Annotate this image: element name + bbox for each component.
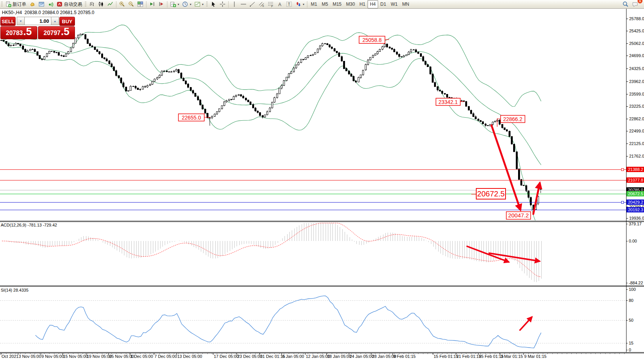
time-tick-label: 3 Nov 05:00 [19, 354, 41, 359]
line-chart-button[interactable] [106, 0, 115, 8]
sell-price-main: 20783 [6, 30, 23, 37]
tile-windows-button[interactable] [136, 0, 145, 8]
toolbar: 新订单 自动交易 ▾ ▾ ▾ E F A T ▾ M1M5M15M30H1H4D… [0, 0, 644, 9]
auto-scroll-button[interactable] [148, 0, 157, 8]
macd-tick-label: 0.00 [629, 239, 637, 243]
vertical-line-tool-button[interactable] [230, 0, 239, 8]
text-tool-button[interactable]: A [275, 0, 285, 8]
horizontal-line-tool-button[interactable] [239, 0, 248, 8]
sell-price[interactable]: 20783.5 [0, 26, 37, 39]
svg-text:20192.3: 20192.3 [628, 207, 643, 212]
autotrade-button[interactable]: 自动交易 [55, 0, 84, 8]
macd-tick-label: 379.17 [629, 222, 642, 226]
horizontal-line-icon [240, 1, 246, 7]
candlestick-chart-button[interactable] [97, 0, 106, 8]
one-click-trade-panel: SELL ▼ ▲ BUY 20783.5 20797.5 [0, 16, 74, 38]
timeframe-m1[interactable]: M1 [308, 0, 320, 8]
chart-template-button[interactable]: ▾ [193, 0, 205, 8]
callout-label: 20672.5 [477, 190, 504, 198]
volume-stepper: ▼ ▲ [17, 17, 59, 25]
price-tick-label: 23962.0 [629, 79, 644, 84]
timeframe-d1[interactable]: D1 [378, 0, 388, 8]
clock-icon [182, 1, 188, 7]
time-tick-label: 31 Dec 01:15 [260, 354, 285, 359]
price-tick-label: 22125.0 [629, 141, 644, 146]
buy-button[interactable]: BUY [59, 17, 75, 26]
svg-text:21077.8: 21077.8 [628, 178, 643, 182]
time-tick-label: 24 Jan 05:00 [350, 354, 374, 359]
chart-canvas[interactable]: 25788.025425.025062.024699.024325.023962… [0, 0, 644, 359]
equidistant-channel-tool-button[interactable]: E [257, 0, 266, 8]
callout-label: 22866.2 [503, 116, 523, 122]
timeframe-h4[interactable]: H4 [367, 0, 378, 8]
time-tick-label: 9 Nov 05:00 [41, 354, 64, 359]
cursor-tool-button[interactable] [209, 0, 218, 8]
bar-chart-button[interactable] [87, 0, 97, 8]
price-callouts: 22655.025058.823342.122866.220672.520047… [178, 36, 531, 219]
arrow-shapes-button[interactable]: ▾ [294, 0, 306, 8]
sell-button[interactable]: SELL [0, 17, 16, 26]
time-tick-label: Oct 2021 [2, 354, 19, 359]
rsi-layer [0, 296, 626, 348]
time-tick-label: 19 Nov 05:00 [87, 354, 111, 359]
price-tick-label: 19936.0 [629, 216, 644, 220]
timeframe-mn[interactable]: MN [400, 0, 412, 8]
gold-button[interactable] [28, 0, 37, 8]
svg-text:T: T [288, 2, 290, 6]
volume-input[interactable] [25, 17, 51, 25]
autotrade-label: 自动交易 [64, 1, 82, 8]
new-order-button[interactable]: 新订单 [4, 0, 28, 8]
buy-price-frac: .5 [61, 27, 70, 37]
chart-window-button[interactable] [37, 0, 46, 8]
trend-line-tool-button[interactable] [248, 0, 257, 8]
zoom-in-button[interactable] [118, 0, 127, 8]
volume-increase-button[interactable]: ▲ [51, 17, 59, 25]
volume-decrease-button[interactable]: ▼ [17, 17, 25, 25]
svg-text:20672.5: 20672.5 [628, 191, 643, 196]
price-tick-label: 25425.0 [629, 29, 644, 33]
notifications-button[interactable]: 1 [630, 0, 640, 8]
crosshair-tool-button[interactable] [218, 0, 227, 8]
fibonacci-tool-button[interactable]: F [266, 0, 275, 8]
chart-template-icon [194, 1, 200, 7]
tile-windows-icon [137, 1, 143, 7]
price-tick-label: 25788.0 [629, 16, 644, 21]
rsi-tick-label: 15 [629, 341, 633, 345]
buy-price[interactable]: 20797.5 [38, 26, 75, 39]
price-tick-label: 21762.0 [629, 154, 644, 158]
buy-price-main: 20797 [43, 30, 60, 37]
notification-badge: 1 [638, 0, 642, 3]
autotrade-icon [57, 1, 63, 7]
timeframe-w1[interactable]: W1 [388, 0, 400, 8]
svg-text:20429.2: 20429.2 [628, 200, 643, 204]
price-tick-label: 24325.0 [629, 66, 644, 71]
timeframe-h1[interactable]: H1 [357, 0, 367, 8]
timeframe-m5[interactable]: M5 [320, 0, 331, 8]
period-selector-button[interactable]: ▾ [181, 0, 193, 8]
zoom-out-button[interactable] [127, 0, 136, 8]
bar-chart-icon [89, 1, 95, 7]
price-tick-label: 23225.0 [629, 104, 644, 108]
time-tick-label: 6 Jan 05:00 [282, 354, 304, 359]
time-tick-label: 1 Dec 05:00 [130, 354, 153, 359]
svg-text:E: E [262, 5, 264, 7]
trend-line-icon [250, 1, 256, 7]
trend-arrow [467, 246, 509, 262]
svg-text:A: A [278, 2, 281, 7]
candlestick-chart-icon [98, 1, 104, 7]
buy-label: BUY [62, 19, 72, 24]
add-indicator-button[interactable]: ▾ [169, 0, 181, 8]
chevron-down-icon: ▾ [202, 3, 204, 6]
price-level-lines [0, 168, 626, 210]
time-tick-label: 15 Nov 05:00 [63, 354, 88, 359]
candles-layer [0, 34, 541, 215]
timeframe-m30[interactable]: M30 [344, 0, 357, 8]
toolbar-grip [85, 2, 86, 7]
signal-button[interactable] [46, 0, 55, 8]
search-button[interactable] [621, 0, 630, 8]
chart-shift-button[interactable] [157, 0, 166, 8]
svg-text:F: F [271, 5, 273, 8]
text-label-tool-button[interactable]: T [285, 0, 294, 8]
timeframe-m15[interactable]: M15 [330, 0, 343, 8]
arrow-shapes-icon [295, 1, 301, 7]
